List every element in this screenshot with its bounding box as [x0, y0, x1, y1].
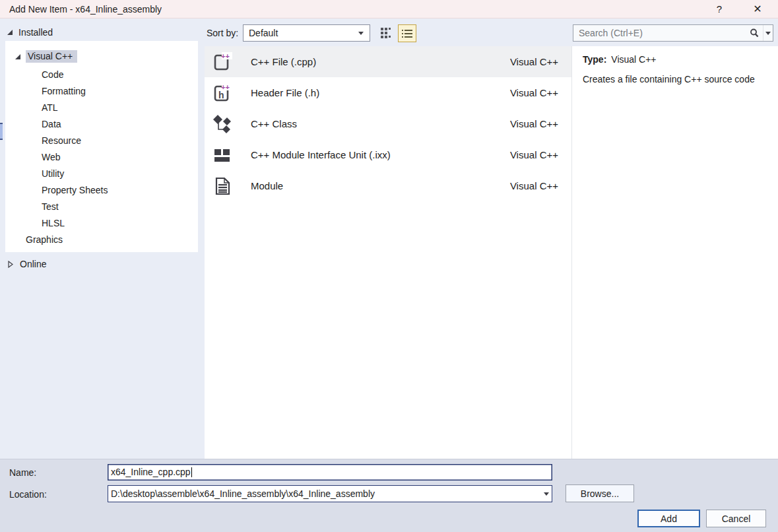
chevron-down-icon — [765, 32, 771, 35]
sidebar-item-visual-cpp[interactable]: Visual C++ — [5, 41, 198, 63]
template-category: Visual C++ — [510, 180, 558, 191]
template-name: Module — [251, 180, 510, 191]
template-category: Visual C++ — [510, 87, 558, 98]
search-placeholder: Search (Ctrl+E) — [573, 28, 749, 38]
sidebar-item-data[interactable]: Data — [5, 116, 198, 133]
help-button[interactable]: ? — [706, 0, 732, 18]
module-interface-icon — [212, 145, 232, 165]
template-row-c-file-cpp-[interactable]: ++ C++ File (.cpp) Visual C++ — [205, 46, 571, 77]
sidebar-item-atl[interactable]: ATL — [5, 100, 198, 116]
header-file-icon: ++h — [212, 83, 232, 103]
cpp-class-icon — [212, 114, 232, 134]
location-combobox[interactable]: D:\desktop\assemble\x64_Inline_assembly\… — [108, 485, 552, 502]
svg-text:++: ++ — [221, 52, 230, 60]
cpp-file-icon: ++ — [212, 52, 232, 72]
search-input[interactable]: Search (Ctrl+E) — [573, 24, 773, 42]
template-row-c-module-interface-unit-ixx-[interactable]: C++ Module Interface Unit (.ixx) Visual … — [205, 139, 571, 170]
template-name: C++ Class — [251, 118, 510, 129]
expanded-triangle-icon — [7, 29, 13, 36]
name-input[interactable]: x64_Inline_cpp.cpp — [108, 464, 552, 481]
sidebar-item-utility[interactable]: Utility — [5, 166, 198, 182]
template-name: C++ Module Interface Unit (.ixx) — [251, 149, 510, 160]
list-view-icon — [401, 28, 413, 39]
name-label: Name: — [9, 467, 36, 478]
search-icon[interactable] — [749, 28, 760, 38]
sidebar-item-hlsl[interactable]: HLSL — [5, 215, 198, 232]
template-category: Visual C++ — [510, 149, 558, 160]
sidebar-item-graphics[interactable]: Graphics — [5, 232, 198, 248]
category-tree-panel: Visual C++ CodeFormattingATLDataResource… — [5, 41, 198, 252]
location-dropdown-button[interactable] — [540, 486, 552, 502]
template-category: Visual C++ — [510, 56, 558, 67]
installed-label: Installed — [18, 27, 53, 38]
sidebar-item-code[interactable]: Code — [5, 67, 198, 83]
collapsed-triangle-icon — [8, 261, 13, 268]
window-title: Add New Item - x64_Inline_assembly — [9, 0, 162, 18]
template-name: C++ File (.cpp) — [251, 56, 510, 67]
text-caret — [191, 467, 192, 477]
list-view-button[interactable] — [398, 24, 416, 42]
online-label: Online — [20, 259, 46, 269]
sort-by-label: Sort by: — [207, 28, 238, 38]
template-row-c-class[interactable]: C++ Class Visual C++ — [205, 108, 571, 139]
search-options-dropdown[interactable] — [763, 25, 773, 41]
sidebar-item-web[interactable]: Web — [5, 149, 198, 166]
template-row-module[interactable]: Module Visual C++ — [205, 170, 571, 201]
sidebar-item-test[interactable]: Test — [5, 199, 198, 215]
sidebar-item-property-sheets[interactable]: Property Sheets — [5, 182, 198, 199]
template-category: Visual C++ — [510, 118, 558, 129]
footer-bar: Name: x64_Inline_cpp.cpp Location: D:\de… — [0, 459, 778, 532]
online-section-header[interactable]: Online — [8, 257, 46, 271]
location-label: Location: — [9, 489, 47, 500]
sort-by-dropdown[interactable]: Default — [243, 24, 370, 42]
background-window-edge — [0, 123, 3, 140]
type-label: Type: — [583, 54, 606, 65]
template-list: ++ C++ File (.cpp) Visual C++ ++h Header… — [205, 46, 571, 459]
template-row-header-file-h-[interactable]: ++h Header File (.h) Visual C++ — [205, 77, 571, 108]
location-value: D:\desktop\assemble\x64_Inline_assembly\… — [108, 488, 540, 499]
svg-text:h: h — [218, 90, 224, 100]
expanded-triangle-icon — [15, 53, 21, 60]
template-name: Header File (.h) — [251, 87, 510, 98]
grid-view-icon — [380, 27, 393, 40]
small-icons-view-button[interactable] — [379, 26, 394, 41]
tree-root-label: Visual C++ — [26, 50, 77, 63]
template-details-panel: Type:Visual C++ Creates a file containin… — [572, 46, 778, 459]
cancel-button[interactable]: Cancel — [706, 510, 766, 527]
chevron-down-icon — [544, 492, 549, 496]
name-value: x64_Inline_cpp.cpp — [111, 467, 191, 477]
type-value: Visual C++ — [611, 54, 656, 65]
close-button[interactable]: ✕ — [744, 0, 771, 18]
template-description: Creates a file containing C++ source cod… — [583, 74, 767, 84]
installed-section-header[interactable]: Installed — [7, 26, 53, 39]
tree-children: CodeFormattingATLDataResourceWebUtilityP… — [5, 67, 198, 232]
module-icon — [212, 176, 232, 196]
add-button[interactable]: Add — [637, 510, 700, 527]
chevron-down-icon — [358, 32, 364, 35]
titlebar: Add New Item - x64_Inline_assembly ? ✕ — [0, 0, 778, 18]
sidebar-item-formatting[interactable]: Formatting — [5, 83, 198, 100]
sort-by-value: Default — [249, 28, 278, 38]
sidebar-item-resource[interactable]: Resource — [5, 133, 198, 149]
browse-button[interactable]: Browse... — [566, 484, 634, 502]
